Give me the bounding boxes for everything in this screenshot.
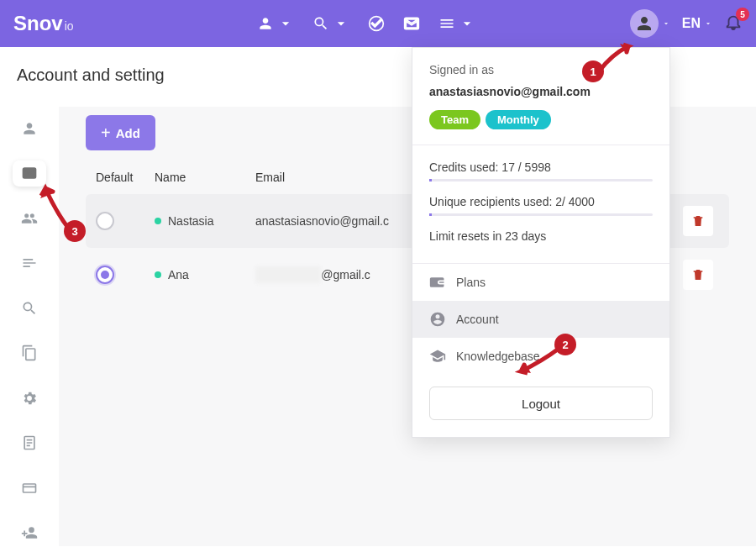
- trash-icon: [691, 268, 705, 281]
- blurred-text: [255, 266, 321, 283]
- default-radio[interactable]: [96, 266, 114, 284]
- sidebar-item-profile[interactable]: [13, 115, 46, 142]
- lines-icon: [21, 255, 38, 271]
- check-circle-icon: [368, 15, 385, 32]
- team-badge: Team: [429, 110, 480, 129]
- menu-icon: [438, 15, 455, 32]
- credits-progress: [429, 179, 653, 181]
- row-name: Ana: [168, 268, 189, 281]
- chevron-down-icon: [333, 15, 349, 32]
- plus-icon: +: [101, 124, 111, 143]
- row-name: Nastasia: [168, 214, 213, 228]
- col-default: Default: [96, 171, 155, 184]
- people-menu[interactable]: [250, 10, 301, 37]
- person-icon: [21, 120, 38, 137]
- chevron-down-icon: [459, 15, 475, 32]
- sidebar-item-billing[interactable]: [13, 475, 46, 502]
- mail-icon: [403, 15, 420, 32]
- recipients-used: Unique recipients used: 2/ 4000: [429, 195, 653, 208]
- more-menu[interactable]: [432, 10, 482, 37]
- sidebar-item-copy[interactable]: [13, 340, 46, 367]
- mail-icon: [21, 165, 38, 181]
- logout-button[interactable]: Logout: [429, 387, 653, 420]
- graduation-icon: [429, 348, 446, 365]
- search-icon: [312, 15, 329, 32]
- search-icon: [21, 300, 38, 317]
- status-dot-icon: [155, 218, 161, 224]
- sidebar-item-lists[interactable]: [13, 250, 46, 277]
- person-icon: [634, 13, 654, 34]
- col-name: Name: [155, 171, 255, 184]
- trash-icon: [691, 214, 705, 228]
- callout-marker: 2: [554, 334, 576, 355]
- person-circle-icon: [429, 311, 446, 328]
- document-icon: [21, 434, 38, 451]
- topbar: Snovio EN: [0, 0, 756, 47]
- notification-badge: 5: [736, 8, 749, 21]
- sidebar-item-search[interactable]: [13, 295, 46, 322]
- limit-resets: Limit resets in 23 days: [429, 229, 653, 243]
- sidebar-item-add-user[interactable]: [13, 520, 46, 547]
- callout-marker: 1: [582, 60, 604, 82]
- language-selector[interactable]: EN: [682, 16, 712, 31]
- card-icon: [21, 480, 38, 497]
- plan-badge: Monthly: [486, 110, 551, 129]
- credits-used: Credits used: 17 / 5998: [429, 160, 653, 174]
- menu-label: Plans: [456, 276, 486, 289]
- account-email: anastasiasnovio@gmail.com: [429, 85, 653, 98]
- menu-label: Account: [456, 313, 499, 326]
- search-menu[interactable]: [306, 10, 356, 37]
- sidebar: [0, 107, 59, 546]
- top-right: EN 5: [630, 9, 743, 38]
- sidebar-item-doc[interactable]: [13, 430, 46, 457]
- mail-menu[interactable]: [396, 10, 427, 37]
- wallet-icon: [429, 274, 446, 291]
- language-label: EN: [682, 16, 701, 31]
- person-icon: [257, 15, 274, 32]
- notifications[interactable]: 5: [724, 13, 743, 34]
- recipients-progress: [429, 213, 653, 216]
- logo-text: Snov: [13, 12, 63, 34]
- avatar[interactable]: [630, 9, 659, 38]
- chevron-down-icon: [662, 19, 670, 28]
- top-nav: [250, 10, 482, 37]
- verify-menu[interactable]: [361, 10, 391, 37]
- copy-icon: [21, 345, 38, 361]
- gear-icon: [21, 390, 38, 407]
- delete-button[interactable]: [683, 206, 713, 236]
- menu-account[interactable]: Account: [412, 301, 669, 338]
- menu-plans[interactable]: Plans: [412, 264, 669, 301]
- chevron-down-icon: [704, 19, 712, 28]
- callout-marker: 3: [64, 220, 86, 242]
- default-radio[interactable]: [96, 212, 114, 230]
- person-add-icon: [21, 524, 38, 541]
- logo-suffix: io: [65, 19, 74, 33]
- add-button-label: Add: [116, 126, 140, 140]
- add-button[interactable]: + Add: [86, 115, 155, 150]
- delete-button[interactable]: [683, 260, 713, 290]
- chevron-down-icon: [277, 15, 294, 32]
- people-icon: [21, 210, 38, 227]
- sidebar-item-settings[interactable]: [13, 385, 46, 412]
- status-dot-icon: [155, 271, 161, 278]
- logo[interactable]: Snovio: [13, 12, 74, 35]
